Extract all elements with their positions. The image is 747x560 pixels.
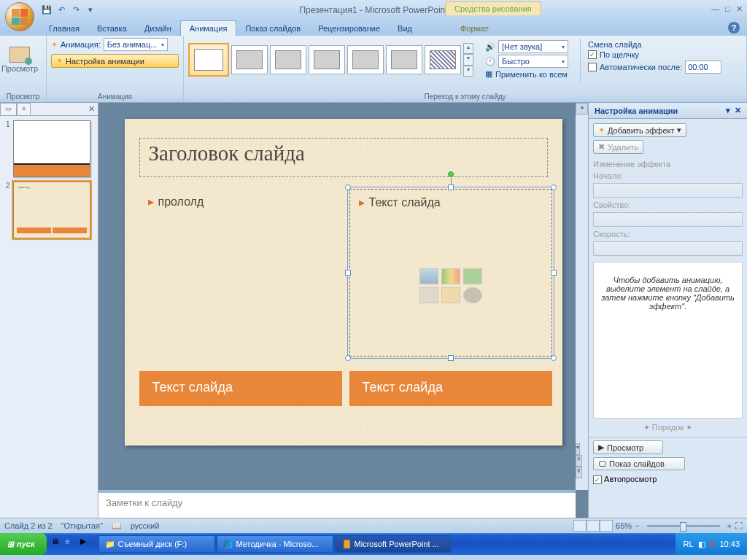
- on-click-checkbox[interactable]: ✓: [588, 50, 597, 59]
- resize-handle[interactable]: [448, 184, 454, 190]
- start-button[interactable]: ⊞пуск: [0, 533, 47, 555]
- tray-clock[interactable]: 10:43: [719, 540, 740, 548]
- tab-insert[interactable]: Вставка: [88, 21, 136, 36]
- fit-window-icon[interactable]: ⛶: [735, 521, 743, 530]
- taskbar-item[interactable]: 📁Съемный диск (F:): [98, 535, 215, 553]
- tab-view[interactable]: Вид: [389, 21, 421, 36]
- window-title: Презентация1 - Microsoft PowerPoint: [299, 5, 447, 15]
- maximize-icon[interactable]: □: [725, 4, 730, 14]
- taskpane-menu-icon[interactable]: ▾: [726, 106, 730, 115]
- spellcheck-icon[interactable]: 📖: [112, 521, 122, 531]
- zoom-level[interactable]: 65%: [616, 521, 632, 530]
- thumbs-tab-outline[interactable]: ≡: [17, 103, 31, 115]
- transition-item[interactable]: [270, 45, 306, 74]
- minimize-icon[interactable]: —: [711, 4, 719, 14]
- insert-picture-icon[interactable]: [419, 287, 438, 303]
- tab-animation[interactable]: Анимация: [180, 20, 237, 36]
- slide-thumbnail-1[interactable]: 1: [6, 120, 92, 177]
- transition-item[interactable]: [231, 45, 268, 74]
- animation-combo[interactable]: Без анимац...: [104, 38, 169, 51]
- reorder-controls: ✦ Порядок ✦: [593, 423, 743, 432]
- thumbs-tab-slides[interactable]: ▭: [0, 103, 17, 115]
- animation-label: Анимация:: [61, 40, 101, 49]
- language-indicator[interactable]: русский: [131, 521, 159, 530]
- custom-animation-button[interactable]: ✦ Настройка анимации: [51, 54, 179, 68]
- transition-item[interactable]: [386, 45, 422, 74]
- ql-desktop-icon[interactable]: 🖥: [51, 537, 64, 551]
- slide-canvas[interactable]: Заголовок слайда прололд Текст слайда: [125, 119, 562, 446]
- powerpoint-icon: 📙: [341, 540, 352, 549]
- content-placeholder-left[interactable]: прололд: [139, 189, 342, 357]
- speed-combo[interactable]: Быстро: [498, 55, 568, 68]
- zoom-out-icon[interactable]: −: [635, 521, 639, 530]
- insert-media-icon[interactable]: [463, 287, 482, 303]
- taskpane-title: Настройка анимации: [595, 106, 678, 115]
- redo-icon[interactable]: ↷: [69, 4, 82, 17]
- vertical-scrollbar[interactable]: ▴▾⇞⇟: [576, 103, 588, 490]
- slide-counter: Слайд 2 из 2: [4, 521, 53, 530]
- resize-handle[interactable]: [551, 184, 557, 190]
- taskpane-close-icon[interactable]: ✕: [735, 106, 741, 115]
- insert-table-icon[interactable]: [419, 268, 438, 284]
- rotate-handle[interactable]: [448, 171, 454, 177]
- speed-combo: [593, 241, 743, 256]
- save-icon[interactable]: 💾: [40, 4, 53, 17]
- transition-gallery[interactable]: ▴▾▾: [188, 38, 473, 82]
- transition-item[interactable]: [347, 45, 384, 74]
- slideshow-view-icon[interactable]: [600, 520, 613, 532]
- transition-none[interactable]: [188, 43, 229, 77]
- content-placeholder-right[interactable]: Текст слайда: [349, 189, 552, 357]
- taskpane-preview-button[interactable]: ▶ Просмотр: [593, 440, 663, 454]
- auto-time-input[interactable]: 00:00: [685, 61, 721, 74]
- resize-handle[interactable]: [345, 270, 351, 276]
- slide-title-placeholder[interactable]: Заголовок слайда: [139, 138, 548, 177]
- remove-effect-button: ✖Удалить: [593, 140, 643, 154]
- tab-design[interactable]: Дизайн: [136, 21, 180, 36]
- qat-more-icon[interactable]: ▾: [84, 4, 97, 17]
- zoom-slider[interactable]: [647, 525, 720, 527]
- zoom-in-icon[interactable]: +: [727, 521, 732, 530]
- text-placeholder-bottom-left[interactable]: Текст слайда: [139, 371, 342, 406]
- notes-pane[interactable]: Заметки к слайду: [98, 490, 576, 518]
- help-icon[interactable]: ?: [728, 22, 740, 34]
- resize-handle[interactable]: [551, 270, 557, 276]
- tab-home[interactable]: Главная: [40, 21, 88, 36]
- preview-button[interactable]: Просмотр: [4, 38, 35, 82]
- transition-item[interactable]: [425, 45, 461, 74]
- apply-all-button[interactable]: ▦Применить ко всем: [485, 69, 568, 79]
- ql-ie-icon[interactable]: e: [66, 537, 79, 551]
- thumbs-close-icon[interactable]: ✕: [85, 103, 98, 115]
- transition-item[interactable]: [309, 45, 345, 74]
- sorter-view-icon[interactable]: [587, 520, 600, 532]
- taskbar-item[interactable]: 📙Microsoft PowerPoint ...: [335, 535, 452, 553]
- ql-media-icon[interactable]: ▶: [80, 537, 93, 551]
- sound-combo[interactable]: [Нет звука]: [498, 40, 568, 53]
- tray-kaspersky-icon[interactable]: K: [710, 540, 716, 548]
- tab-slideshow[interactable]: Показ слайдов: [236, 21, 309, 36]
- auto-after-checkbox[interactable]: [588, 63, 597, 71]
- insert-clipart-icon[interactable]: [441, 287, 460, 303]
- resize-handle[interactable]: [345, 355, 351, 361]
- taskpane-slideshow-button[interactable]: 🖵 Показ слайдов: [593, 457, 685, 470]
- tab-format[interactable]: Формат: [452, 21, 498, 36]
- group-preview-label: Просмотр: [0, 93, 46, 101]
- insert-smartart-icon[interactable]: [463, 268, 482, 284]
- resize-handle[interactable]: [551, 355, 557, 361]
- tray-icon[interactable]: ◧: [698, 540, 705, 549]
- gallery-more[interactable]: ▴▾▾: [463, 43, 473, 77]
- content-insert-icons[interactable]: [419, 268, 482, 303]
- normal-view-icon[interactable]: [573, 520, 587, 532]
- tray-lang[interactable]: RL: [683, 540, 693, 548]
- autopreview-checkbox[interactable]: ✓: [593, 475, 602, 484]
- add-effect-button[interactable]: ✦Добавить эффект ▾: [593, 123, 686, 137]
- tab-review[interactable]: Рецензирование: [309, 21, 389, 36]
- undo-icon[interactable]: ↶: [55, 4, 68, 17]
- taskbar-item[interactable]: 📘Методичка - Microso...: [217, 535, 333, 553]
- office-button[interactable]: [5, 2, 34, 31]
- text-placeholder-bottom-right[interactable]: Текст слайда: [349, 371, 552, 406]
- slide-thumbnail-2[interactable]: 2 прололд: [6, 182, 92, 238]
- resize-handle[interactable]: [345, 184, 351, 190]
- insert-chart-icon[interactable]: [441, 268, 460, 284]
- resize-handle[interactable]: [448, 355, 454, 361]
- close-icon[interactable]: ✕: [736, 4, 743, 14]
